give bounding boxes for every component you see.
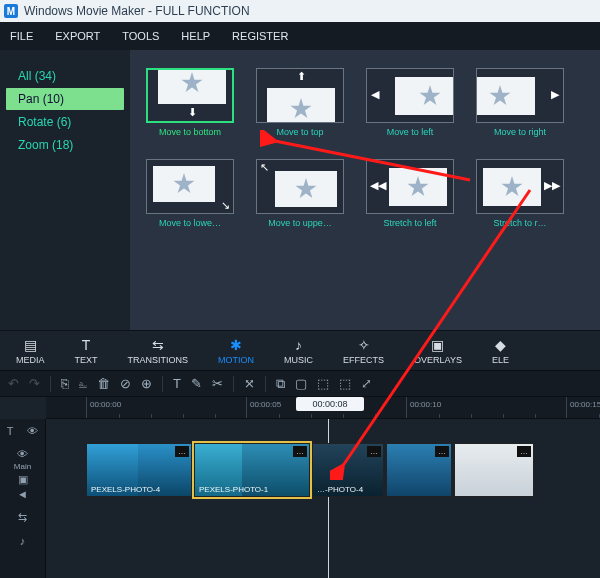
clip-badge: … [175,446,189,457]
swap-track-head[interactable]: ⇆ [0,505,45,529]
effects-icon: ✧ [358,337,370,353]
expand-icon[interactable]: ⤢ [361,376,372,391]
effect-move-to-bottom[interactable]: ⬇ Move to bottom [146,68,234,137]
tab-music[interactable]: ♪MUSIC [278,337,319,365]
text-track-head[interactable]: T 👁 [0,419,45,443]
tab-overlays[interactable]: ▣OVERLAYS [408,337,468,365]
tracks-area[interactable]: … PEXELS-PHOTO-4 … PEXELS-PHOTO-1 … …-PH… [46,419,600,578]
effect-stretch-to-left[interactable]: ◀◀ Stretch to left [366,159,454,228]
effect-label: Move to top [256,127,344,137]
clip-1[interactable]: … PEXELS-PHOTO-4 [86,443,192,497]
clip-name: PEXELS-PHOTO-1 [199,485,268,494]
effect-move-to-right[interactable]: ▶ Move to right [476,68,564,137]
effect-move-to-upper[interactable]: ↖ Move to uppe… [256,159,344,228]
timeline: T 👁 👁 Main ▣ ◄ ⇆ ♪ 00:00:00 00:00:05 00:… [0,396,600,578]
window-title: Windows Movie Maker - FULL FUNCTION [24,4,250,18]
clip-badge: … [293,446,307,457]
redo-icon[interactable]: ↷ [29,376,40,391]
mute-icon[interactable]: ◄ [17,488,28,500]
tab-motion[interactable]: ✱MOTION [212,337,260,365]
menu-help[interactable]: HELP [181,30,210,42]
media-icon: ▤ [24,337,37,353]
swap-icon: ⇆ [18,511,27,524]
effect-move-to-left[interactable]: ◀ Move to left [366,68,454,137]
frame-icon[interactable]: ⬚ [317,376,329,391]
crop-icon[interactable]: ▢ [295,376,307,391]
audio-track-head[interactable]: ♪ [0,529,45,553]
paste-icon[interactable]: ⎁ [79,376,87,391]
clip-2[interactable]: … PEXELS-PHOTO-1 [194,443,310,497]
elements-icon: ◆ [495,337,506,353]
menu-file[interactable]: FILE [10,30,33,42]
category-sidebar: All (34) Pan (10) Rotate (6) Zoom (18) [0,50,130,330]
tab-text[interactable]: TTEXT [69,337,104,365]
effect-label: Move to right [476,127,564,137]
effect-label: Move to bottom [146,127,234,137]
sidebar-item-rotate[interactable]: Rotate (6) [6,111,124,133]
frame2-icon[interactable]: ⬚ [339,376,351,391]
sidebar-item-pan[interactable]: Pan (10) [6,88,124,110]
clip-badge: … [367,446,381,457]
eye-icon[interactable]: 👁 [27,425,38,437]
clip-5[interactable]: … [454,443,534,497]
text-track-icon: T [7,425,14,437]
clip-badge: … [435,446,449,457]
delete-icon[interactable]: 🗑 [97,376,110,391]
tab-transitions[interactable]: ⇆TRANSITIONS [122,337,195,365]
workspace: All (34) Pan (10) Rotate (6) Zoom (18) ⬇… [0,50,600,330]
lock-icon[interactable]: ▣ [18,473,28,486]
overlays-icon: ▣ [431,337,444,353]
main-track-head[interactable]: 👁 Main ▣ ◄ [0,443,45,505]
effect-move-to-lower[interactable]: ↘ Move to lowe… [146,159,234,228]
effect-stretch-to-right[interactable]: ▶▶ Stretch to r… [476,159,564,228]
speed-icon[interactable]: ⤧ [244,376,255,391]
menu-export[interactable]: EXPORT [55,30,100,42]
effect-gallery: ⬇ Move to bottom ⬆ Move to top ◀ Move to… [130,50,600,330]
sidebar-item-zoom[interactable]: Zoom (18) [6,134,124,156]
add-icon[interactable]: ⊕ [141,376,152,391]
clip-name: PEXELS-PHOTO-4 [91,485,160,494]
clip-3[interactable]: … …-PHOTO-4 [312,443,384,497]
menu-bar: FILE EXPORT TOOLS HELP REGISTER [0,22,600,50]
tab-effects[interactable]: ✧EFFECTS [337,337,390,365]
copy-icon[interactable]: ⎘ [61,376,69,391]
effect-label: Move to left [366,127,454,137]
tab-media[interactable]: ▤MEDIA [10,337,51,365]
menu-tools[interactable]: TOOLS [122,30,159,42]
transitions-icon: ⇆ [152,337,164,353]
clip-4[interactable]: … [386,443,452,497]
app-logo-icon: M [4,4,18,18]
mode-tab-bar: ▤MEDIA TTEXT ⇆TRANSITIONS ✱MOTION ♪MUSIC… [0,330,600,370]
eye-icon[interactable]: 👁 [17,448,28,460]
text-tool-icon[interactable]: T [173,376,181,391]
clip-badge: … [517,446,531,457]
tab-elements[interactable]: ◆ELE [486,337,515,365]
clip-name: …-PHOTO-4 [317,485,363,494]
effect-move-to-top[interactable]: ⬆ Move to top [256,68,344,137]
motion-icon: ✱ [230,337,242,353]
block-icon[interactable]: ⊘ [120,376,131,391]
text-icon: T [82,337,91,353]
main-track-label: Main [14,462,31,471]
playhead-time[interactable]: 00:00:08 [296,397,364,411]
cut-icon[interactable]: ✂ [212,376,223,391]
effect-label: Stretch to left [366,218,454,228]
timeline-toolbar: ↶ ↷ ⎘ ⎁ 🗑 ⊘ ⊕ T ✎ ✂ ⤧ ⧉ ▢ ⬚ ⬚ ⤢ [0,370,600,396]
undo-icon[interactable]: ↶ [8,376,19,391]
sidebar-item-all[interactable]: All (34) [6,65,124,87]
effect-label: Move to lowe… [146,218,234,228]
menu-register[interactable]: REGISTER [232,30,288,42]
effect-label: Stretch to r… [476,218,564,228]
music-icon: ♪ [295,337,302,353]
audio-icon: ♪ [20,535,26,547]
edit-icon[interactable]: ✎ [191,376,202,391]
track-heads: T 👁 👁 Main ▣ ◄ ⇆ ♪ [0,419,46,578]
title-bar: M Windows Movie Maker - FULL FUNCTION [0,0,600,22]
time-ruler[interactable]: 00:00:00 00:00:05 00:00:10 00:00:15 00:0… [46,397,600,419]
effect-label: Move to uppe… [256,218,344,228]
main-track[interactable]: … PEXELS-PHOTO-4 … PEXELS-PHOTO-1 … …-PH… [46,443,600,503]
split-icon[interactable]: ⧉ [276,376,285,392]
